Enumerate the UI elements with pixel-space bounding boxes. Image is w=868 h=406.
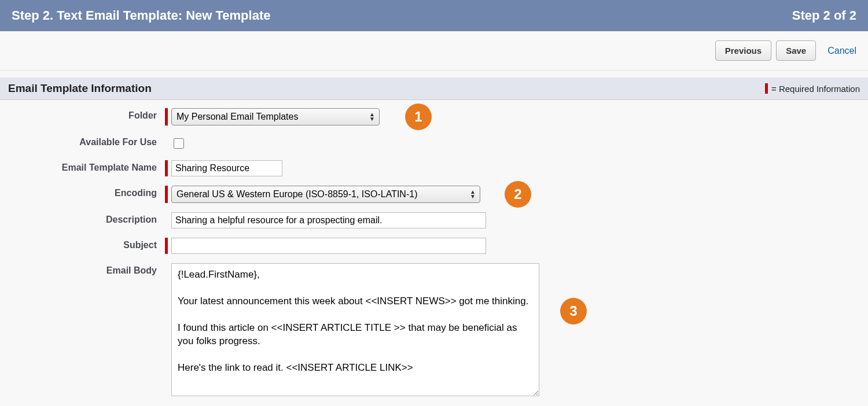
callout-1: 1 [405, 104, 432, 130]
row-subject: Subject [6, 238, 862, 254]
label-available: Available For Use [6, 135, 165, 147]
step-title: Step 2. Text Email Template: New Templat… [12, 8, 270, 23]
spacer [165, 263, 168, 396]
label-description: Description [6, 212, 165, 225]
step-indicator: Step 2 of 2 [792, 8, 856, 23]
available-checkbox[interactable] [174, 138, 184, 149]
save-button[interactable]: Save [776, 40, 816, 61]
row-available: Available For Use [6, 135, 862, 151]
required-legend-text: = Required Information [771, 84, 860, 94]
row-description: Description [6, 212, 862, 228]
label-body: Email Body [6, 263, 165, 276]
callout-3: 3 [560, 298, 587, 324]
callout-2: 2 [505, 181, 531, 208]
template-name-input[interactable] [171, 160, 282, 176]
label-subject: Subject [6, 238, 165, 250]
required-legend: = Required Information [765, 83, 860, 94]
row-name: Email Template Name [6, 160, 862, 176]
section-title: Email Template Information [8, 82, 152, 95]
required-bar-icon [165, 186, 168, 203]
required-bar-icon [165, 160, 168, 176]
subject-input[interactable] [171, 238, 486, 254]
row-body: Email Body 3 [6, 263, 862, 396]
folder-select[interactable]: My Personal Email Templates [171, 108, 380, 126]
row-encoding: Encoding General US & Western Europe (IS… [6, 186, 862, 203]
label-folder: Folder [6, 108, 165, 121]
section-header: Email Template Information = Required In… [0, 77, 868, 100]
required-bar-icon [165, 238, 168, 254]
required-bar-icon [165, 108, 168, 126]
action-toolbar: Previous Save Cancel [0, 31, 868, 71]
required-bar-icon [765, 83, 768, 94]
row-folder: Folder My Personal Email Templates ▲▼ 1 [6, 108, 862, 126]
form-area: Folder My Personal Email Templates ▲▼ 1 … [0, 100, 868, 406]
step-header: Step 2. Text Email Template: New Templat… [0, 0, 868, 31]
email-body-textarea[interactable] [171, 263, 539, 396]
label-encoding: Encoding [6, 186, 165, 198]
encoding-select[interactable]: General US & Western Europe (ISO-8859-1,… [171, 186, 480, 203]
spacer [165, 135, 168, 151]
cancel-link[interactable]: Cancel [827, 46, 856, 56]
label-name: Email Template Name [6, 160, 165, 173]
previous-button[interactable]: Previous [715, 40, 771, 61]
description-input[interactable] [171, 212, 486, 228]
spacer [165, 212, 168, 228]
